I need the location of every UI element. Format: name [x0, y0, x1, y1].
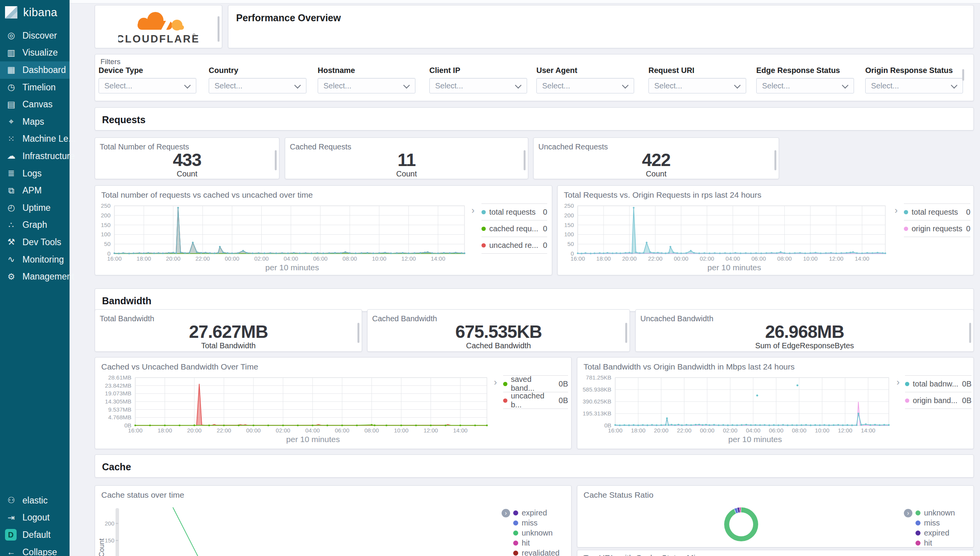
svg-text:18:00: 18:00 — [158, 427, 172, 434]
origin-response-status-select[interactable]: Select... — [865, 78, 963, 93]
cache-status-ratio-donut[interactable] — [724, 507, 758, 541]
sidebar-item-logs[interactable]: ≣Logs — [0, 165, 70, 182]
svg-text:08:00: 08:00 — [364, 427, 379, 434]
svg-text:22:00: 22:00 — [196, 255, 210, 262]
kibana-dashboard: kibana ◎Discover ▥Visualize ▦Dashboard ◷… — [0, 0, 980, 556]
legend-collapse-icon[interactable]: › — [904, 509, 912, 517]
sidebar-item-dashboard[interactable]: ▦Dashboard — [0, 61, 70, 79]
panel-scrollbar[interactable] — [218, 16, 219, 42]
legend-item[interactable]: hit — [915, 538, 970, 548]
cached-vs-uncached-bandwidth-chart[interactable]: 0B4.768MB9.537MB14.305MB19.073MB23.842MB… — [98, 375, 492, 434]
panel-scrollbar[interactable] — [962, 69, 964, 81]
total-vs-origin-bandwidth-chart[interactable]: 0B195.313KB390.625KB585.938KB781.25KB16:… — [580, 375, 894, 434]
legend-item[interactable]: total requests0 — [481, 203, 547, 220]
infrastructure-icon: ☁ — [6, 151, 17, 161]
legend-item[interactable]: saved band...0B — [503, 375, 568, 392]
legend-item[interactable]: total badnw...0B — [905, 375, 971, 392]
filter-label: Origin Response Status — [865, 66, 963, 75]
logs-icon: ≣ — [6, 168, 17, 178]
chart-title: Top URIs with Cache Status Miss — [584, 553, 703, 556]
svg-text:250: 250 — [564, 203, 574, 209]
legend-item[interactable]: expired — [915, 528, 970, 538]
kibana-logo-icon — [5, 6, 18, 19]
legend-item[interactable]: hit — [513, 538, 569, 548]
panel-scrollbar[interactable] — [774, 150, 776, 170]
sidebar-item-machine-learning[interactable]: ⁙Machine Le... — [0, 131, 70, 148]
legend-item[interactable]: miss — [915, 518, 970, 528]
sidebar-item-apm[interactable]: ⧉APM — [0, 182, 70, 199]
metric-value: 11 — [285, 149, 528, 170]
user-agent-select[interactable]: Select... — [536, 78, 634, 93]
svg-text:100: 100 — [564, 231, 574, 237]
legend-item[interactable]: unknown — [513, 528, 569, 538]
section-title-requests: Requests — [95, 108, 973, 125]
svg-text:04:00: 04:00 — [284, 255, 298, 262]
country-select[interactable]: Select... — [209, 78, 306, 93]
kibana-logo[interactable]: kibana — [0, 0, 70, 23]
sidebar-item-infrastructure[interactable]: ☁Infrastructure — [0, 147, 70, 165]
panel-cache-status-over-time: Cache status over time Count 200150 › ex… — [95, 485, 572, 556]
legend-collapse-icon[interactable]: › — [895, 206, 898, 215]
sidebar-item-elastic-user[interactable]: ⚇elastic — [0, 492, 70, 509]
panel-cache-status-ratio: Cache Status Ratio › unknown miss expire… — [577, 485, 974, 548]
legend-value: 0B — [962, 396, 971, 405]
legend-item[interactable]: uncached b...0B — [503, 392, 568, 409]
sidebar-item-maps[interactable]: ⌖Maps — [0, 113, 70, 131]
svg-text:02:00: 02:00 — [276, 427, 291, 434]
panel-scrollbar[interactable] — [969, 323, 971, 343]
filter-label: Device Type — [99, 66, 196, 75]
legend-item[interactable]: origin band...0B — [905, 392, 971, 409]
legend-label: total requests — [912, 208, 958, 217]
sidebar-item-logout[interactable]: ⇥Logout — [0, 509, 70, 527]
hostname-select[interactable]: Select... — [318, 78, 415, 93]
legend-collapse-icon[interactable]: › — [502, 509, 510, 517]
sidebar-item-discover[interactable]: ◎Discover — [0, 27, 70, 44]
svg-text:150: 150 — [105, 537, 114, 544]
sidebar-item-timelion[interactable]: ◷Timelion — [0, 79, 70, 96]
device-type-select[interactable]: Select... — [99, 78, 196, 93]
sidebar-item-visualize[interactable]: ▥Visualize — [0, 44, 70, 62]
legend-item[interactable]: origin requests0 — [904, 220, 970, 237]
apm-icon: ⧉ — [6, 186, 17, 196]
legend-item[interactable]: total requests0 — [904, 203, 970, 220]
sidebar-item-label: Monitoring — [22, 254, 64, 265]
panel-scrollbar[interactable] — [357, 323, 359, 343]
sidebar-item-dev-tools[interactable]: ⚒Dev Tools — [0, 234, 70, 251]
sidebar-item-collapse[interactable]: ←Collapse — [0, 544, 70, 556]
client-ip-select[interactable]: Select... — [429, 78, 527, 93]
legend-item[interactable]: unknown — [915, 508, 970, 518]
legend-item[interactable]: cached requ...0 — [481, 220, 547, 237]
request-uri-select[interactable]: Select... — [648, 78, 746, 93]
requests-over-time-chart[interactable]: 05010015020025016:0018:0020:0022:0000:00… — [99, 203, 470, 262]
legend-collapse-icon[interactable]: › — [471, 206, 475, 215]
total-vs-origin-requests-chart[interactable]: 05010015020025016:0018:0020:0022:0000:00… — [562, 203, 891, 262]
select-placeholder: Select... — [762, 81, 790, 90]
legend-item[interactable]: uncached re...0 — [481, 237, 547, 254]
discover-icon: ◎ — [6, 31, 17, 41]
cache-status-over-time-chart[interactable]: 200150 — [103, 507, 543, 556]
sidebar-item-monitoring[interactable]: ∿Monitoring — [0, 251, 70, 268]
svg-text:14:00: 14:00 — [453, 427, 468, 434]
legend-item[interactable]: expired — [513, 508, 569, 518]
panel-requests-over-time-chart: Total number of requests vs cached vs un… — [95, 185, 552, 275]
svg-text:08:00: 08:00 — [777, 255, 792, 262]
sidebar-item-label: Discover — [22, 31, 57, 41]
panel-scrollbar[interactable] — [625, 323, 627, 343]
panel-scrollbar[interactable] — [275, 150, 277, 170]
sidebar-item-canvas[interactable]: ▤Canvas — [0, 96, 70, 113]
edge-response-status-select[interactable]: Select... — [756, 78, 854, 93]
sidebar-item-uptime[interactable]: ◴Uptime — [0, 199, 70, 217]
sidebar-item-label: Infrastructure — [22, 151, 75, 161]
panel-scrollbar[interactable] — [524, 150, 526, 170]
legend-collapse-icon[interactable]: › — [897, 378, 900, 387]
svg-text:100: 100 — [101, 231, 111, 237]
legend-item[interactable]: revalidated — [513, 548, 569, 556]
graph-icon: ∴ — [6, 220, 17, 230]
svg-text:04:00: 04:00 — [726, 255, 740, 262]
legend-item[interactable]: miss — [513, 518, 569, 528]
legend-collapse-icon[interactable]: › — [494, 378, 497, 387]
sidebar-item-graph[interactable]: ∴Graph — [0, 217, 70, 234]
sidebar-item-management[interactable]: ⚙Management — [0, 268, 70, 285]
sidebar-item-default-space[interactable]: DDefault — [0, 526, 70, 544]
svg-text:02:00: 02:00 — [254, 255, 269, 262]
